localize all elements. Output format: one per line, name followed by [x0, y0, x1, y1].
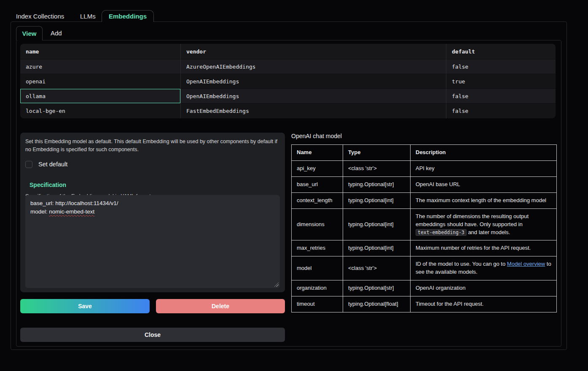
param-type: <class 'str'> [343, 160, 411, 176]
ref-header-description: Description [411, 145, 557, 161]
cell-default[interactable]: false [446, 104, 556, 118]
cell-name[interactable]: local-bge-en [20, 104, 181, 118]
table-row-local-bge-en[interactable]: local-bge-en FastEmbedEmbeddings false [20, 104, 556, 118]
param-name: base_url [292, 176, 343, 192]
tab-embeddings[interactable]: Embeddings [102, 10, 154, 22]
param-name: dimensions [292, 208, 343, 240]
header-vendor: vendor [181, 44, 446, 59]
param-type: typing.Optional[str] [343, 280, 411, 296]
page: { "colors": { "accent_mint": "#63e2b7", … [0, 0, 588, 371]
param-type: <class 'str'> [343, 256, 411, 280]
ref-header-type: Type [343, 145, 411, 161]
param-name: max_retries [292, 240, 343, 256]
yaml-line-2: model: nomic-embed-text [30, 208, 275, 216]
cell-name[interactable]: openai [20, 74, 181, 89]
cell-vendor[interactable]: FastEmbedEmbeddings [181, 104, 446, 118]
subtab-view[interactable]: View [16, 26, 43, 40]
inline-code-chip: text-embedding-3 [416, 229, 467, 236]
header-default: default [446, 44, 556, 59]
param-name: context_length [292, 192, 343, 208]
table-row-azure[interactable]: azure AzureOpenAIEmbeddings false [20, 59, 556, 74]
cell-name-selected[interactable]: ollama [20, 89, 181, 104]
model-overview-link[interactable]: Model overview [507, 261, 545, 267]
header-name: name [20, 44, 181, 59]
close-button[interactable]: Close [20, 328, 285, 342]
param-type: typing.Optional[int] [343, 208, 411, 240]
set-default-checkbox-row[interactable]: Set default [25, 161, 280, 168]
param-desc: The number of dimensions the resulting o… [411, 208, 557, 240]
ref-header-name: Name [292, 145, 343, 161]
set-default-checkbox[interactable] [25, 161, 32, 168]
ref-row-model: model <class 'str'> ID of the model to u… [292, 256, 557, 280]
ref-row-context-length: context_length typing.Optional[int] The … [292, 192, 557, 208]
embeddings-table: name vendor default azure AzureOpenAIEmb… [20, 44, 556, 118]
cell-default[interactable]: false [446, 59, 556, 74]
default-description: Set this Embedding model as default. Thi… [25, 138, 278, 154]
specification-heading: Specification [30, 181, 280, 188]
misspelled-word: nomic-embed-text [49, 208, 94, 215]
default-setting-card: Set this Embedding model as default. Thi… [20, 133, 285, 292]
yaml-line-1: base_url: http://localhost:11434/v1/ [30, 199, 275, 208]
param-type: typing.Optional[float] [343, 296, 411, 312]
table-row-openai[interactable]: openai OpenAIEmbeddings true [20, 74, 556, 89]
ref-row-dimensions: dimensions typing.Optional[int] The numb… [292, 208, 557, 240]
ref-row-base-url: base_url typing.Optional[str] OpenAI bas… [292, 176, 557, 192]
ref-row-max-retries: max_retries typing.Optional[int] Maximum… [292, 240, 557, 256]
param-name: model [292, 256, 343, 280]
param-desc: ID of the model to use. You can go to Mo… [411, 256, 557, 280]
ref-row-organization: organization typing.Optional[str] OpenAI… [292, 280, 557, 296]
yaml-spec-textarea[interactable]: base_url: http://localhost:11434/v1/ mod… [25, 195, 280, 288]
set-default-label: Set default [38, 161, 67, 168]
param-type: typing.Optional[int] [343, 192, 411, 208]
tab-index-collections[interactable]: Index Collections [16, 10, 64, 22]
param-name: timeout [292, 296, 343, 312]
tab-llms[interactable]: LLMs [80, 10, 96, 22]
param-desc: Timeout for the API request. [411, 296, 557, 312]
param-desc: Maximum number of retries for the API re… [411, 240, 557, 256]
param-desc: OpenAI organization [411, 280, 557, 296]
embeddings-table-header: name vendor default [20, 44, 556, 59]
parameter-reference-table: Name Type Description api_key <class 'st… [291, 144, 557, 312]
param-name: api_key [292, 160, 343, 176]
cell-vendor[interactable]: AzureOpenAIEmbeddings [181, 59, 446, 74]
param-name: organization [292, 280, 343, 296]
cell-vendor[interactable]: OpenAIEmbeddings [181, 74, 446, 89]
ref-row-api-key: api_key <class 'str'> API key [292, 160, 557, 176]
param-desc: API key [411, 160, 557, 176]
ref-header-row: Name Type Description [292, 145, 557, 161]
cell-name[interactable]: azure [20, 59, 181, 74]
param-type: typing.Optional[int] [343, 240, 411, 256]
ref-row-timeout: timeout typing.Optional[float] Timeout f… [292, 296, 557, 312]
textarea-resize-handle[interactable] [274, 282, 279, 287]
param-desc: The maximum context length of the embedd… [411, 192, 557, 208]
param-type: typing.Optional[str] [343, 176, 411, 192]
save-button[interactable]: Save [20, 299, 150, 313]
table-row-ollama[interactable]: ollama OpenAIEmbeddings false [20, 89, 556, 104]
right-panel-title: OpenAI chat model [291, 133, 342, 139]
delete-button[interactable]: Delete [156, 299, 285, 313]
cell-default[interactable]: true [446, 74, 556, 89]
cell-vendor[interactable]: OpenAIEmbeddings [181, 89, 446, 104]
cell-default[interactable]: false [446, 89, 556, 104]
param-desc: OpenAI base URL [411, 176, 557, 192]
